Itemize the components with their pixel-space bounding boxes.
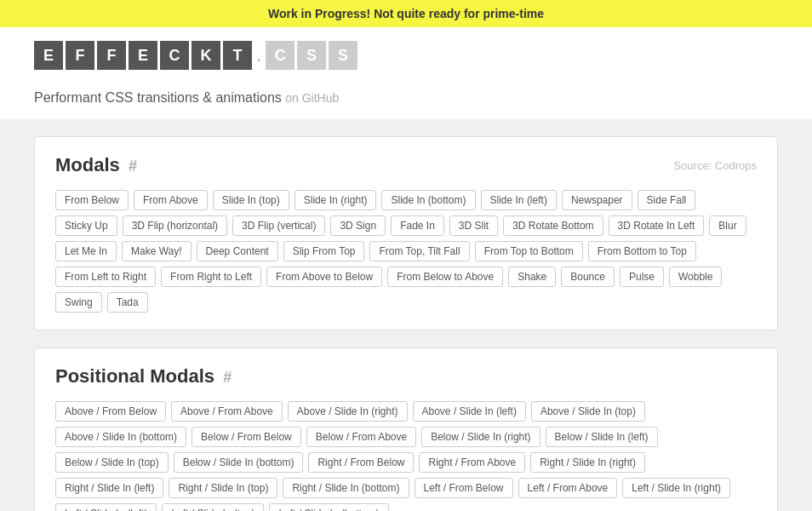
logo: E F F E C K T . C S S [34,41,357,70]
tag[interactable]: Slide In (bottom) [381,190,475,210]
tag[interactable]: From Right to Left [161,267,261,287]
tag[interactable]: Above / Slide In (right) [288,401,408,422]
main-content: Modals # Source: Codrops From BelowFrom … [0,119,812,511]
tag[interactable]: From Bottom to Top [588,241,696,261]
tag[interactable]: Above / Slide In (bottom) [55,427,186,447]
logo-tile-f2: F [97,41,126,70]
positional-modals-section: Positional Modals # Above / From BelowAb… [34,347,778,511]
source-label: Source: Codrops [673,159,757,172]
modals-title: Modals # [55,154,137,176]
tag[interactable]: Swing [55,292,102,313]
logo-tile-k: K [192,41,220,70]
tag[interactable]: Below / From Above [306,427,416,447]
modals-hash: # [129,158,137,175]
tag[interactable]: 3D Slit [449,215,498,236]
tag[interactable]: Above / Slide In (left) [413,401,526,422]
modals-section-header: Modals # Source: Codrops [55,154,757,176]
tag[interactable]: From Above to Below [266,267,382,287]
tag[interactable]: 3D Rotate In Left [609,215,705,236]
tag[interactable]: 3D Sign [330,215,386,236]
positional-modals-title: Positional Modals # [55,365,232,388]
tag[interactable]: Below / Slide In (left) [546,427,658,447]
tag[interactable]: Above / From Above [171,401,283,422]
tag[interactable]: Slide In (left) [481,190,557,210]
logo-tile-f1: F [66,41,94,70]
tag[interactable]: Let Me In [55,241,117,261]
modals-section: Modals # Source: Codrops From BelowFrom … [34,136,778,330]
positional-modals-hash: # [223,369,232,386]
tag[interactable]: Right / From Above [419,452,525,473]
tag[interactable]: Bounce [561,267,615,287]
work-in-progress-banner: Work in Progress! Not quite ready for pr… [0,0,812,27]
tag[interactable]: 3D Flip (horizontal) [123,215,227,236]
tag[interactable]: From Above [134,190,208,210]
tag[interactable]: Sticky Up [55,215,117,236]
tag[interactable]: Above / From Below [55,401,166,422]
tag[interactable]: Left / Slide In (left) [55,503,157,511]
tag[interactable]: Side Fall [638,190,696,210]
tag[interactable]: Fade In [391,215,444,236]
tag[interactable]: Above / Slide In (top) [531,401,645,422]
logo-tile-s1: S [297,41,326,70]
tag[interactable]: Below / Slide In (right) [421,427,540,447]
tag[interactable]: Right / Slide In (top) [169,478,277,498]
banner-text: Work in Progress! Not quite ready for pr… [268,7,544,20]
tag[interactable]: From Left to Right [55,267,156,287]
tag[interactable]: Left / From Below [415,478,513,498]
tag[interactable]: Left / Slide In (bottom) [269,503,388,511]
subtitle: Performant CSS transitions & animations … [0,83,812,119]
tag[interactable]: Left / From Above [518,478,618,498]
tag[interactable]: 3D Rotate Bottom [503,215,603,236]
logo-tile-e1: E [34,41,63,70]
logo-tile-t: T [223,41,252,70]
tag[interactable]: Left / Slide In (right) [622,478,730,498]
tag[interactable]: Make Way! [122,241,192,261]
tag[interactable]: Right / Slide In (bottom) [283,478,409,498]
header: E F F E C K T . C S S [0,27,812,83]
tag[interactable]: Right / Slide In (left) [55,478,163,498]
github-link[interactable]: on GitHub [285,91,339,105]
tag[interactable]: Below / Slide In (bottom) [174,452,304,473]
tag[interactable]: From Below [55,190,129,210]
tag[interactable]: 3D Flip (vertical) [232,215,325,236]
tag[interactable]: From Top, Tilt Fall [369,241,469,261]
tag[interactable]: Slip From Top [283,241,365,261]
positional-modals-tags: Above / From BelowAbove / From AboveAbov… [55,401,757,511]
tag[interactable]: Left / Slide In (top) [162,503,264,511]
tag[interactable]: Pulse [620,267,664,287]
subtitle-main: Performant CSS transitions & animations [34,90,282,105]
modals-tags: From BelowFrom AboveSlide In (top)Slide … [55,190,757,313]
tag[interactable]: Wobble [669,267,722,287]
tag[interactable]: Blur [709,215,746,236]
tag[interactable]: Shake [508,267,556,287]
tag[interactable]: Slide In (right) [294,190,377,210]
tag[interactable]: Tada [107,292,148,313]
tag[interactable]: From Below to Above [387,267,503,287]
tag[interactable]: Below / Slide In (top) [55,452,169,473]
logo-tile-s2: S [329,41,357,70]
tag[interactable]: Deep Content [197,241,278,261]
tag[interactable]: Right / Slide In (right) [530,452,645,473]
logo-dot: . [254,44,263,66]
tag[interactable]: Right / From Below [308,452,414,473]
tag[interactable]: From Top to Bottom [475,241,583,261]
source-value: Codrops [715,159,757,172]
tag[interactable]: Below / From Below [192,427,301,447]
positional-modals-section-header: Positional Modals # [55,365,757,388]
tag[interactable]: Slide In (top) [213,190,289,210]
logo-tile-c2: C [266,41,294,70]
tag[interactable]: Newspaper [562,190,632,210]
logo-tile-e2: E [129,41,157,70]
logo-tile-c: C [160,41,189,70]
